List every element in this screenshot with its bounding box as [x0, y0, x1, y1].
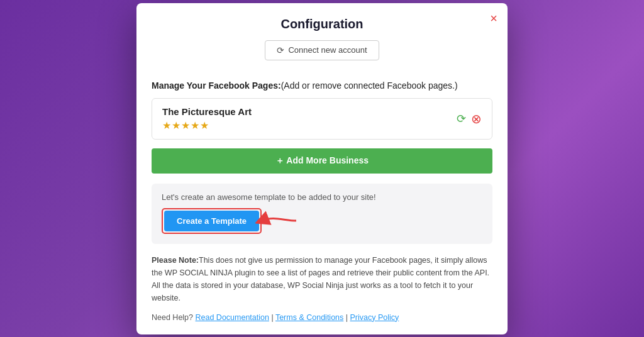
- add-more-label: ＋ Add More Business: [275, 155, 369, 167]
- delete-button[interactable]: ⊗: [471, 111, 482, 126]
- separator-2: |: [346, 313, 350, 322]
- add-more-business-button[interactable]: ＋ Add More Business: [152, 148, 492, 174]
- terms-conditions-link[interactable]: Terms & Conditions: [275, 313, 343, 322]
- note-section: Please Note:This does not give us permis…: [152, 254, 492, 304]
- note-text: Please Note:This does not give us permis…: [152, 254, 492, 304]
- page-card: The Picturesque Art ★★★★★ ⟳ ⊗: [152, 98, 492, 140]
- page-actions: ⟳ ⊗: [457, 111, 482, 126]
- page-stars: ★★★★★: [162, 119, 252, 131]
- create-template-button[interactable]: Create a Template: [164, 211, 259, 231]
- page-name: The Picturesque Art: [162, 106, 252, 117]
- help-links: Need Help? Read Documentation | Terms & …: [152, 313, 492, 322]
- template-description: Let's create an awesome template to be a…: [162, 192, 482, 202]
- help-text: Need Help?: [152, 313, 193, 322]
- read-documentation-link[interactable]: Read Documentation: [196, 313, 269, 322]
- sync-icon: ⟳: [277, 45, 284, 55]
- modal-title: Configuration: [149, 17, 495, 31]
- privacy-policy-link[interactable]: Privacy Policy: [350, 313, 399, 322]
- refresh-button[interactable]: ⟳: [457, 112, 466, 126]
- modal-header: Configuration ⟳ Connect new account: [136, 3, 508, 70]
- create-template-highlight: Create a Template: [162, 208, 262, 234]
- connect-account-button[interactable]: ⟳ Connect new account: [265, 40, 379, 60]
- close-button[interactable]: ×: [490, 12, 497, 25]
- modal-dialog: × Configuration ⟳ Connect new account Ma…: [136, 3, 508, 334]
- template-section: Let's create an awesome template to be a…: [152, 184, 492, 244]
- modal-body: Manage Your Facebook Pages:(Add or remov…: [136, 70, 508, 334]
- page-info: The Picturesque Art ★★★★★: [162, 106, 252, 131]
- connect-account-label: Connect new account: [288, 45, 367, 55]
- arrow-indicator: [255, 209, 299, 232]
- manage-pages-label: Manage Your Facebook Pages:(Add or remov…: [152, 80, 492, 91]
